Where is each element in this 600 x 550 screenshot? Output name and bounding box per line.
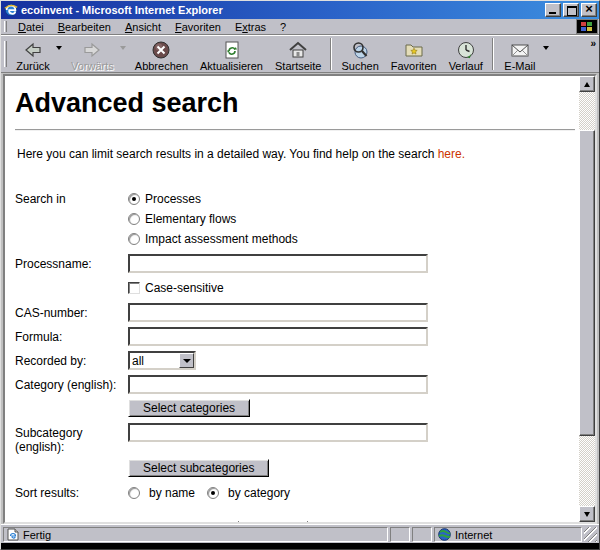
processname-label: Processname: [15, 254, 128, 271]
page-status-icon [7, 528, 19, 541]
toolbar-separator [330, 38, 332, 70]
search-in-row: Search in Processes Elementary flows Imp… [15, 189, 579, 249]
cas-number-input[interactable] [128, 303, 428, 322]
recorded-by-row: Recorded by: all [15, 351, 579, 370]
home-icon [288, 40, 308, 60]
mail-envelope-icon [510, 40, 530, 60]
menu-item-ansicht[interactable]: Ansicht [118, 20, 168, 34]
back-arrow-icon [23, 40, 43, 60]
search-button[interactable]: Suchen [335, 37, 384, 71]
scroll-up-arrow-icon[interactable] [579, 76, 595, 92]
radio-option-impact-methods[interactable]: Impact assessment methods [128, 229, 298, 249]
status-zone-pane: Internet [434, 527, 582, 542]
windows-logo-throbber [576, 19, 598, 34]
cas-number-row: CAS-number: [15, 303, 579, 322]
internet-globe-icon [438, 528, 451, 541]
category-input[interactable] [128, 375, 428, 394]
search-dataset-button[interactable]: Search dataset [128, 521, 239, 522]
status-empty-pane [412, 527, 432, 542]
category-row: Category (english): [15, 375, 579, 394]
radio-impact-methods[interactable] [128, 233, 140, 245]
browser-window: ecoinvent - Microsoft Internet Explorer … [0, 0, 600, 550]
browser-viewport: Advanced search Here you can limit searc… [3, 74, 597, 524]
formula-label: Formula: [15, 327, 128, 344]
close-button[interactable] [581, 3, 597, 17]
subcategory-label: Subcategory (english): [15, 423, 128, 454]
heading-divider [15, 129, 575, 131]
processname-row: Processname: [15, 254, 579, 273]
case-sensitive-option[interactable]: Case-sensitive [128, 278, 224, 298]
scroll-down-arrow-icon[interactable] [579, 506, 595, 522]
toolbar-gripper[interactable] [4, 41, 7, 67]
subcategory-input[interactable] [128, 423, 428, 442]
radio-sort-by-category[interactable] [207, 487, 219, 499]
ie-logo-icon [4, 3, 18, 17]
radio-option-processes[interactable]: Processes [128, 189, 298, 209]
favorites-folder-icon [404, 40, 424, 60]
history-clock-icon [456, 40, 476, 60]
back-button[interactable]: Zurück [10, 37, 56, 71]
case-sensitive-label: Case-sensitive [145, 281, 224, 295]
radio-sort-by-name[interactable] [128, 487, 140, 499]
case-sensitive-row: Case-sensitive [15, 278, 579, 298]
status-ready-pane: Fertig [3, 527, 388, 542]
stop-button[interactable]: Abbrechen [129, 37, 194, 71]
reset-button[interactable]: Reset [247, 521, 308, 522]
menu-gripper[interactable] [4, 21, 7, 32]
favorites-button[interactable]: Favoriten [385, 37, 443, 71]
formula-input[interactable] [128, 327, 428, 346]
toolbar-overflow-chevron[interactable]: » [590, 38, 596, 49]
scrollbar-thumb[interactable] [579, 130, 595, 436]
forward-button[interactable]: Vorwärts [65, 37, 120, 71]
refresh-icon [222, 40, 242, 60]
back-dropdown-arrow[interactable] [56, 46, 62, 50]
search-icon [350, 40, 370, 60]
window-title: ecoinvent - Microsoft Internet Explorer [21, 4, 545, 16]
radio-processes[interactable] [128, 193, 140, 205]
resize-grip[interactable] [584, 527, 597, 542]
email-dropdown-arrow[interactable] [543, 46, 549, 50]
vertical-scrollbar[interactable] [579, 76, 595, 522]
sort-results-label: Sort results: [15, 483, 128, 500]
help-link[interactable]: here. [438, 147, 465, 161]
select-dropdown-arrow-icon[interactable] [179, 353, 194, 368]
maximize-button[interactable] [563, 3, 579, 17]
menu-item-bearbeiten[interactable]: Bearbeiten [51, 20, 118, 34]
select-subcategories-button[interactable]: Select subcategories [128, 459, 269, 477]
processname-input[interactable] [128, 254, 428, 273]
formula-row: Formula: [15, 327, 579, 346]
status-empty-pane [390, 527, 410, 542]
minimize-button[interactable] [545, 3, 561, 17]
home-button[interactable]: Startseite [269, 37, 327, 71]
select-categories-button[interactable]: Select categories [128, 399, 250, 417]
category-label: Category (english): [15, 375, 128, 392]
search-in-label: Search in [15, 189, 128, 206]
toolbar: Zurück Vorwärts Abbrechen Aktualisieren [1, 35, 599, 73]
menu-item-datei[interactable]: Datei [11, 20, 51, 34]
stop-icon [151, 40, 171, 60]
intro-text: Here you can limit search results in a d… [17, 147, 579, 161]
case-sensitive-checkbox[interactable] [128, 282, 140, 294]
menu-item-favoriten[interactable]: Favoriten [168, 20, 228, 34]
windows-flag-icon [580, 21, 594, 33]
history-button[interactable]: Verlauf [443, 37, 489, 71]
menu-item-hilfe[interactable]: ? [273, 20, 293, 34]
title-bar: ecoinvent - Microsoft Internet Explorer [1, 1, 599, 19]
forward-dropdown-arrow[interactable] [120, 46, 126, 50]
radio-option-elementary-flows[interactable]: Elementary flows [128, 209, 298, 229]
menu-bar: Datei Bearbeiten Ansicht Favoriten Extra… [1, 19, 599, 35]
status-bar: Fertig Internet [1, 524, 599, 543]
toolbar-separator [492, 38, 494, 70]
recorded-by-label: Recorded by: [15, 351, 128, 368]
subcategory-row: Subcategory (english): [15, 423, 579, 454]
window-bottom-edge [1, 543, 599, 549]
forward-arrow-icon [82, 40, 102, 60]
radio-elementary-flows[interactable] [128, 213, 140, 225]
menu-item-extras[interactable]: Extras [228, 20, 273, 34]
page-title: Advanced search [15, 88, 579, 119]
cas-number-label: CAS-number: [15, 303, 128, 320]
refresh-button[interactable]: Aktualisieren [194, 37, 269, 71]
page-advanced-search: Advanced search Here you can limit searc… [5, 76, 579, 522]
email-button[interactable]: E-Mail [497, 37, 543, 71]
recorded-by-select[interactable]: all [128, 351, 196, 370]
